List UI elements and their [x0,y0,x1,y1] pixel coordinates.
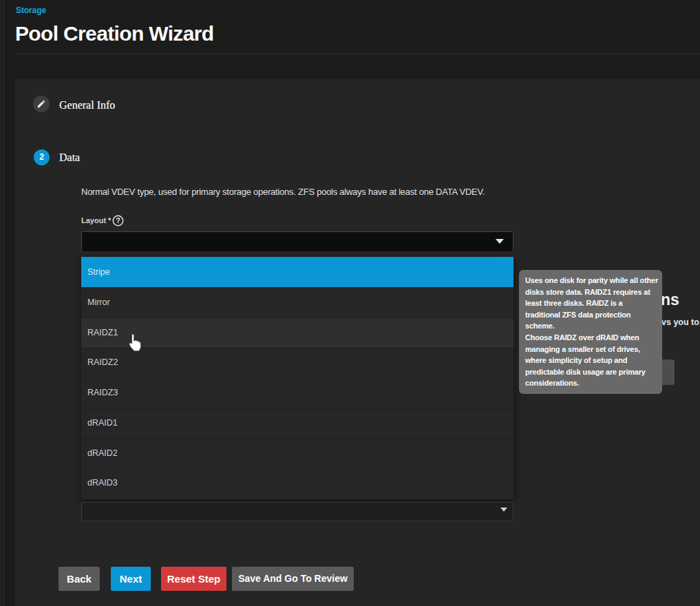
svg-text:?: ? [116,217,120,224]
